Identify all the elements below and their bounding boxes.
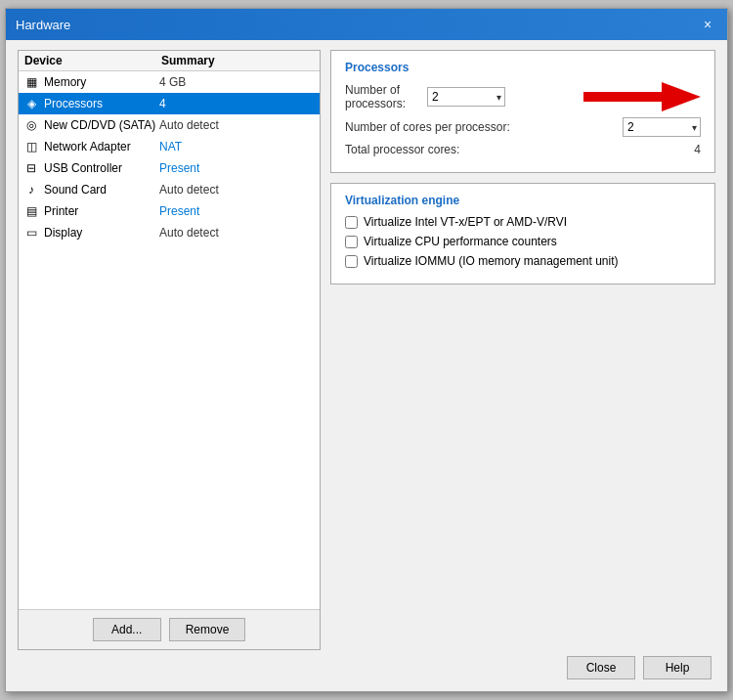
col-device-header: Device — [24, 54, 161, 67]
memory-icon: ▦ — [22, 73, 40, 91]
device-row-printer[interactable]: ▤PrinterPresent — [19, 200, 320, 222]
iommu-label: Virtualize IOMMU (IO memory management u… — [364, 254, 619, 268]
perf-counters-row: Virtualize CPU performance counters — [345, 235, 701, 248]
processors-summary: 4 — [159, 97, 316, 110]
device-row-display[interactable]: ▭DisplayAuto detect — [19, 222, 320, 243]
display-name: Display — [44, 226, 159, 240]
memory-name: Memory — [44, 75, 159, 89]
sound-name: Sound Card — [44, 183, 159, 197]
processors-section-title: Processors — [345, 61, 701, 74]
remove-button[interactable]: Remove — [169, 618, 246, 641]
vt-x-row: Virtualize Intel VT-x/EPT or AMD-V/RVI — [345, 215, 701, 229]
main-area: Device Summary ▦Memory4 GB◈Processors4◎N… — [18, 50, 715, 650]
sound-icon: ♪ — [22, 181, 40, 198]
sound-summary: Auto detect — [159, 183, 316, 197]
device-row-usb[interactable]: ⊟USB ControllerPresent — [19, 157, 320, 179]
dialog-title: Hardware — [16, 18, 70, 32]
close-button[interactable]: Close — [567, 656, 635, 679]
num-processors-select[interactable]: 2 1 4 8 — [427, 87, 505, 107]
display-icon: ▭ — [22, 224, 40, 241]
bottom-bar: Close Help — [18, 650, 715, 681]
title-bar: Hardware × — [6, 9, 727, 40]
device-list-header: Device Summary — [19, 51, 320, 71]
processors-icon: ◈ — [22, 95, 40, 112]
right-panel: Processors Number of processors: 2 1 4 8 — [330, 50, 715, 650]
display-summary: Auto detect — [159, 226, 316, 240]
network-summary: NAT — [159, 140, 316, 153]
total-cores-value: 4 — [694, 143, 701, 156]
printer-icon: ▤ — [22, 202, 40, 220]
cdvd-name: New CD/DVD (SATA) — [44, 118, 159, 132]
vt-x-label: Virtualize Intel VT-x/EPT or AMD-V/RVI — [364, 215, 567, 229]
network-icon: ◫ — [22, 138, 40, 155]
device-row-processors[interactable]: ◈Processors4 — [19, 93, 320, 114]
num-cores-select-wrapper: 2 1 4 8 — [623, 117, 701, 137]
total-cores-row: Total processor cores: 4 — [345, 143, 701, 156]
red-arrow-annotation — [583, 82, 701, 111]
num-cores-row: Number of cores per processor: 2 1 4 8 — [345, 117, 701, 137]
left-buttons: Add... Remove — [19, 609, 320, 649]
memory-summary: 4 GB — [159, 75, 316, 89]
iommu-row: Virtualize IOMMU (IO memory management u… — [345, 254, 701, 268]
device-row-memory[interactable]: ▦Memory4 GB — [19, 71, 320, 93]
device-list: ▦Memory4 GB◈Processors4◎New CD/DVD (SATA… — [19, 71, 320, 609]
processors-name: Processors — [44, 97, 159, 110]
total-cores-label: Total processor cores: — [345, 143, 694, 156]
device-row-cdvd[interactable]: ◎New CD/DVD (SATA)Auto detect — [19, 114, 320, 136]
dialog-content: Device Summary ▦Memory4 GB◈Processors4◎N… — [6, 40, 727, 691]
usb-icon: ⊟ — [22, 159, 40, 177]
perf-counters-checkbox[interactable] — [345, 236, 358, 248]
usb-summary: Present — [159, 161, 316, 175]
processors-section: Processors Number of processors: 2 1 4 8 — [330, 50, 715, 173]
help-button[interactable]: Help — [643, 656, 711, 679]
vt-x-checkbox[interactable] — [345, 216, 358, 229]
hardware-dialog: Hardware × Device Summary ▦Memory4 GB◈Pr… — [5, 8, 728, 692]
num-cores-select[interactable]: 2 1 4 8 — [623, 117, 701, 137]
device-row-network[interactable]: ◫Network AdapterNAT — [19, 136, 320, 157]
virtualization-section: Virtualization engine Virtualize Intel V… — [330, 183, 715, 284]
usb-name: USB Controller — [44, 161, 159, 175]
iommu-checkbox[interactable] — [345, 255, 358, 268]
num-processors-select-wrapper: 2 1 4 8 — [427, 87, 505, 107]
cdvd-icon: ◎ — [22, 116, 40, 134]
virtualization-section-title: Virtualization engine — [345, 194, 701, 207]
num-cores-label: Number of cores per processor: — [345, 120, 623, 134]
perf-counters-label: Virtualize CPU performance counters — [364, 235, 557, 248]
device-list-panel: Device Summary ▦Memory4 GB◈Processors4◎N… — [18, 50, 321, 650]
num-processors-row: Number of processors: 2 1 4 8 — [345, 82, 701, 111]
printer-name: Printer — [44, 204, 159, 218]
add-button[interactable]: Add... — [93, 618, 161, 641]
svg-marker-0 — [583, 82, 701, 111]
cdvd-summary: Auto detect — [159, 118, 316, 132]
printer-summary: Present — [159, 204, 316, 218]
num-processors-label: Number of processors: — [345, 83, 427, 110]
col-summary-header: Summary — [161, 54, 314, 67]
close-window-button[interactable]: × — [698, 15, 717, 34]
device-row-sound[interactable]: ♪Sound CardAuto detect — [19, 179, 320, 200]
network-name: Network Adapter — [44, 140, 159, 153]
